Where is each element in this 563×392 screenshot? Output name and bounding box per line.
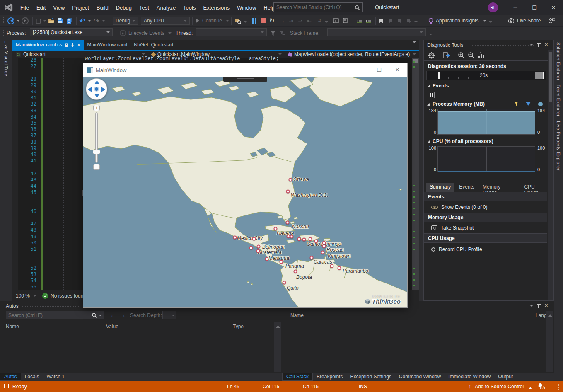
tab-exception-settings[interactable]: Exception Settings [346,373,395,380]
step-out-icon[interactable]: ⇤ [307,17,312,25]
app-close-button[interactable]: ✕ [388,63,406,76]
zoom-out-icon[interactable] [468,52,475,59]
avatar[interactable]: RL [488,2,498,12]
record-cpu-profile-button[interactable]: Record CPU Profile [424,244,547,254]
search-forward-icon[interactable]: → [120,312,126,318]
mainwindow-app-window[interactable]: MainWindow ─ ☐ ✕ [83,63,408,308]
toolbar-grip[interactable] [2,28,4,36]
breakpoint-gutter[interactable] [12,58,18,290]
breakpoints-icon[interactable]: # [318,17,321,25]
zoom-out-button[interactable]: − [93,164,100,170]
menu-build[interactable]: Build [93,5,112,11]
app-minimize-button[interactable]: ─ [351,63,369,76]
events-track[interactable] [438,91,537,99]
decrease-indent-icon[interactable] [356,17,362,25]
tab-output[interactable]: Output [494,373,517,380]
pin-icon[interactable] [71,43,75,47]
tab-command-window[interactable]: Command Window [395,373,445,380]
take-snapshot-button[interactable]: Take Snapshot [424,223,547,233]
show-events-button[interactable]: Show Events (0 of 0) [424,202,547,212]
next-bookmark-icon[interactable] [397,17,402,25]
menu-extensions[interactable]: Extensions [199,5,233,11]
search-input[interactable] [276,5,355,10]
send-feedback-icon[interactable] [549,17,555,25]
break-all-icon[interactable] [252,17,257,25]
navigate-forward-icon[interactable] [22,17,29,25]
save-all-icon[interactable] [66,17,73,25]
autos-search-box[interactable] [6,311,104,319]
debug-runtime-toolbar[interactable] [223,77,267,82]
memory-section-header[interactable]: Process Memory (MB) [424,100,553,108]
menu-debug[interactable]: Debug [112,5,135,11]
clear-bookmarks-icon[interactable] [406,17,411,25]
menu-project[interactable]: Project [68,5,92,11]
editor-scrollbar[interactable] [412,58,419,290]
zoom-in-icon[interactable] [458,52,465,59]
window-position-icon[interactable] [530,44,533,47]
live-share-icon[interactable] [508,17,515,25]
tab-live-property-explorer[interactable]: Live Property Explorer [556,121,561,171]
bookmark-overflow-icon[interactable] [414,17,418,25]
timeline-range-zone[interactable] [535,72,543,79]
column-value[interactable]: Value [106,324,118,329]
stack-frame-combo[interactable] [327,28,426,36]
tab-watch-1[interactable]: Watch 1 [43,373,68,380]
tab-call-stack[interactable]: Call Stack [282,373,313,381]
open-file-icon[interactable] [48,17,55,25]
stop-debugging-icon[interactable] [261,17,266,25]
settings-gear-icon[interactable] [428,52,435,59]
timeline-start-marker[interactable] [438,72,440,79]
pan-up-icon[interactable] [94,80,99,84]
continue-icon[interactable] [196,17,202,25]
tab-mainwindow-xaml[interactable]: MainWindow.xaml [84,40,130,50]
maximize-button[interactable]: ☐ [525,0,544,15]
show-threads-icon[interactable] [343,17,349,25]
new-project-icon[interactable] [36,17,42,25]
tab-immediate-window[interactable]: Immediate Window [445,373,494,380]
show-output-icon[interactable] [333,17,339,25]
increase-indent-icon[interactable] [365,17,372,25]
new-project-dropdown-icon[interactable] [43,17,46,25]
menu-view[interactable]: View [49,5,68,11]
background-tasks-icon[interactable] [4,384,9,388]
column-name[interactable]: Name [6,324,19,329]
debug-toolbar-overflow-icon[interactable] [429,29,433,37]
app-window-titlebar[interactable]: MainWindow ─ ☐ ✕ [83,63,407,77]
map-view[interactable]: OttawaWashington D.C.NassauHavanaMexico … [83,77,407,307]
minimize-button[interactable]: ─ [506,0,525,15]
save-icon[interactable] [57,17,63,25]
undo-dropdown-icon[interactable] [88,17,91,25]
zoom-in-button[interactable]: + [93,105,100,111]
menu-edit[interactable]: Edit [33,5,49,11]
menu-file[interactable]: File [17,5,33,11]
timeline-ruler[interactable]: 20s [426,71,546,80]
application-insights-overflow-icon[interactable] [489,17,492,25]
column-language[interactable]: Lang [536,312,546,318]
application-insights-button[interactable]: Application Insights [436,17,478,25]
tab-mainwindow-xaml-cs[interactable]: MainWindow.xaml.cs✕ [12,40,84,50]
toolbar-grip[interactable] [2,17,4,24]
autos-scrollbar[interactable] [274,322,281,372]
tab-locals[interactable]: Locals [21,373,43,380]
source-control-expand-icon[interactable] [529,385,532,389]
app-maximize-button[interactable]: ☐ [370,63,388,76]
step-into-icon[interactable]: ⇥ [289,17,293,25]
breakpoints-dropdown-icon[interactable] [325,17,328,25]
tab-autos[interactable]: Autos [0,373,21,381]
solution-platform-combo[interactable]: Any CPU [141,17,190,25]
search-depth-combo[interactable] [162,311,176,319]
show-next-statement-icon[interactable]: → [280,17,285,25]
search-options-icon[interactable] [99,315,102,318]
pan-center-icon[interactable] [94,87,99,92]
search-back-icon[interactable]: ← [110,312,116,318]
notifications-bell-icon[interactable]: 2 [537,383,544,391]
navigate-back-dropdown-icon[interactable] [17,17,20,25]
previous-bookmark-icon[interactable] [388,17,393,25]
menu-analyze[interactable]: Analyze [153,5,179,11]
live-share-button[interactable]: Live Share [517,17,541,25]
pan-right-icon[interactable] [101,87,105,92]
editor-zoom-combo[interactable]: 100 % [16,293,30,299]
pin-icon[interactable] [538,43,539,47]
pin-icon[interactable] [538,304,539,308]
tab-nuget-quickstart[interactable]: NuGet: Quickstart [130,40,176,50]
